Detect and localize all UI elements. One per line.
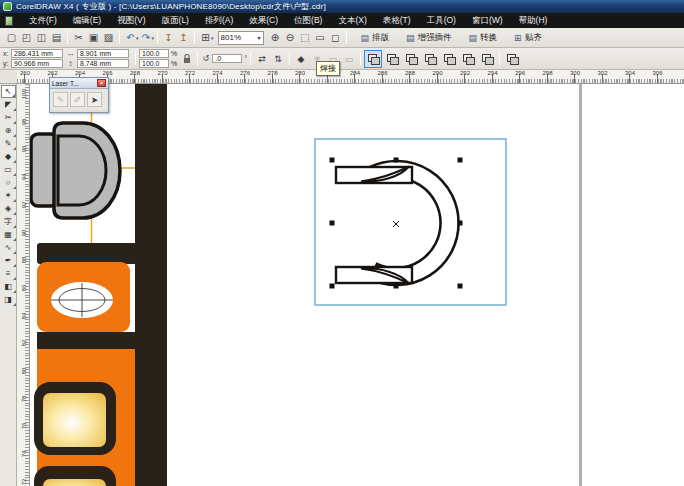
weld-button[interactable] [364, 50, 382, 68]
object-width-field[interactable]: 8.901 mm [77, 49, 129, 58]
laser-tool-snap-icon[interactable]: ➤ [87, 92, 102, 107]
fill-tool[interactable]: ◧ [1, 280, 16, 293]
rotation-angle-field[interactable]: .0 [212, 54, 242, 63]
menu-item-3[interactable]: 版面(L) [154, 13, 197, 28]
zoom-level-combo[interactable]: 801% ▾ [218, 31, 264, 45]
laser-toolbar-titlebar[interactable]: Laser T... × [50, 78, 108, 89]
menu-item-1[interactable]: 编辑(E) [65, 13, 109, 28]
mirror-vertical-icon[interactable]: ⇅ [270, 51, 286, 67]
simplify-button[interactable] [421, 50, 439, 68]
ungroup-icon[interactable]: ▭ [341, 51, 357, 67]
vruler-number: 98 [21, 115, 27, 128]
import-icon[interactable]: ↧ [161, 30, 176, 45]
freehand-tool[interactable]: ✎ [1, 137, 16, 150]
plugins-button-label: 增强插件 [418, 32, 452, 44]
chevron-down-icon[interactable]: ▾ [152, 35, 155, 41]
zoom-out-icon[interactable]: ⊖ [283, 30, 298, 45]
interactive-fill-tool[interactable]: ◨ [1, 293, 16, 306]
cut-icon[interactable]: ✂ [71, 30, 86, 45]
text-tool[interactable]: 字 [1, 215, 16, 228]
menu-item-4[interactable]: 排列(A) [197, 13, 241, 28]
eyedropper-tool[interactable]: ✒ [1, 254, 16, 267]
laser-toolbar-title: Laser T... [52, 80, 97, 87]
export-icon[interactable]: ↥ [176, 30, 191, 45]
scale-h-field[interactable]: 100.0 [139, 49, 169, 58]
fill-tool-icon: ◧ [4, 282, 12, 291]
stool-lower[interactable] [34, 466, 116, 486]
zoom-selected-icon[interactable]: ⬚ [298, 30, 313, 45]
menu-item-0[interactable]: 文件(F) [21, 13, 65, 28]
zoom-in-icon[interactable]: ⊕ [268, 30, 283, 45]
selection-center-marker[interactable] [393, 221, 399, 227]
horizontal-ruler[interactable]: 2602622642662682702722742762782802822842… [17, 70, 684, 84]
menu-item-9[interactable]: 工具(O) [419, 13, 464, 28]
trim-button[interactable] [383, 50, 401, 68]
object-height-field[interactable]: 8.748 mm [77, 59, 129, 68]
hruler-number: 296 [515, 70, 525, 76]
basic-shapes-tool[interactable]: ◈ [1, 202, 16, 215]
paste-icon[interactable]: ▨ [101, 30, 116, 45]
back-minus-front-button[interactable] [459, 50, 477, 68]
layout-button[interactable]: ▤排版 [355, 30, 396, 46]
menu-item-10[interactable]: 窗口(W) [464, 13, 511, 28]
convert-to-curves-icon[interactable]: ◆ [293, 51, 309, 67]
save-icon[interactable]: ◫ [34, 30, 49, 45]
scale-v-field[interactable]: 100.0 [139, 59, 169, 68]
copy-icon[interactable]: ▣ [86, 30, 101, 45]
layout-button-icon: ▤ [361, 33, 370, 43]
plugins-button[interactable]: ▤增强插件 [400, 30, 458, 46]
create-boundary-button[interactable] [478, 50, 496, 68]
zoom-page-icon[interactable]: ◻ [328, 30, 343, 45]
armchair-symbol[interactable] [31, 123, 120, 218]
create-boundary-button-icon [482, 54, 493, 64]
rectangle-tool[interactable]: ▭ [1, 163, 16, 176]
eyedropper-tool-icon: ✒ [5, 256, 12, 265]
table-tool[interactable]: ▦ [1, 228, 16, 241]
mirror-horizontal-icon[interactable]: ⇄ [254, 51, 270, 67]
lock-ratio-icon[interactable] [183, 50, 191, 68]
flyout-triangle-icon [12, 94, 15, 97]
polygon-tool[interactable]: ✶ [1, 189, 16, 202]
ellipse-tool[interactable]: ○ [1, 176, 16, 189]
convert-button[interactable]: ▤转换 [463, 30, 504, 46]
sink-symbol[interactable] [51, 282, 113, 318]
snap-button[interactable]: ⊞贴齐 [508, 30, 548, 46]
laser-toolbar-window[interactable]: Laser T... × ✎✐➤ [49, 77, 109, 113]
outline-width-icon[interactable] [503, 50, 521, 68]
hruler-number: 288 [405, 70, 415, 76]
menu-item-5[interactable]: 效果(C) [241, 13, 286, 28]
new-icon[interactable]: ▢ [4, 30, 19, 45]
menu-item-11[interactable]: 帮助(H) [511, 13, 556, 28]
close-icon[interactable]: × [97, 79, 106, 87]
vertical-ruler[interactable]: 1009896949290888684828078767472 [17, 84, 30, 486]
wall-horizontal-lower[interactable] [37, 332, 137, 349]
y-position-field[interactable]: 90.966 mm [11, 59, 63, 68]
ellipse-tool-icon: ○ [6, 178, 11, 187]
intersect-button[interactable] [402, 50, 420, 68]
zoom-tool[interactable]: ⊕ [1, 124, 16, 137]
wall-vertical[interactable] [135, 84, 167, 486]
open-icon[interactable]: ◰ [19, 30, 34, 45]
drawing-canvas[interactable] [30, 84, 684, 486]
pick-tool[interactable]: ↖ [1, 85, 16, 98]
simplify-button-icon [425, 54, 436, 64]
blend-tool[interactable]: ∿ [1, 241, 16, 254]
front-minus-back-button[interactable] [440, 50, 458, 68]
stool-upper[interactable] [34, 382, 116, 455]
menu-item-7[interactable]: 文本(X) [330, 13, 374, 28]
x-position-field[interactable]: 286.431 mm [11, 49, 63, 58]
ruler-origin-corner[interactable] [0, 70, 17, 84]
outline-tool[interactable]: ≡ [1, 267, 16, 280]
smart-fill-tool[interactable]: ◆ [1, 150, 16, 163]
menu-item-2[interactable]: 视图(V) [109, 13, 153, 28]
snap-button-icon: ⊞ [514, 33, 522, 43]
menu-item-6[interactable]: 位图(B) [286, 13, 330, 28]
wall-horizontal-upper[interactable] [37, 243, 137, 264]
crop-tool[interactable]: ✂ [1, 111, 16, 124]
shape-tool[interactable]: ◤ [1, 98, 16, 111]
zoom-all-icon[interactable]: ▭ [313, 30, 328, 45]
chevron-down-icon[interactable]: ▾ [258, 34, 261, 41]
chevron-down-icon[interactable]: ▾ [211, 35, 214, 41]
menu-item-8[interactable]: 表格(T) [375, 13, 419, 28]
print-icon[interactable]: ▤ [49, 30, 64, 45]
